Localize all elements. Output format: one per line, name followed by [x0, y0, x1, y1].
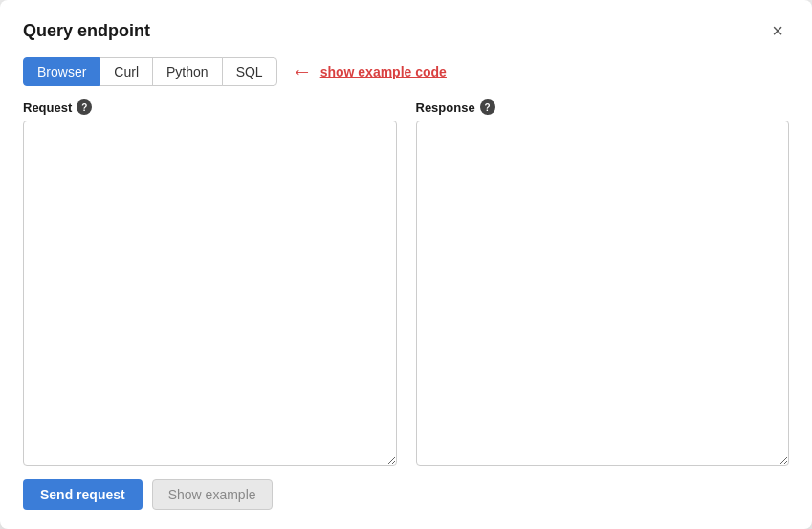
- response-label: Response ?: [416, 99, 790, 115]
- modal-title: Query endpoint: [23, 21, 150, 41]
- arrow-left-icon: ←: [292, 59, 313, 84]
- request-panel: Request ?: [23, 99, 397, 466]
- modal-overlay: Query endpoint × Browser Curl Python SQL…: [0, 0, 812, 529]
- show-example-button[interactable]: Show example: [152, 479, 273, 510]
- modal-header: Query endpoint ×: [23, 19, 789, 42]
- footer: Send request Show example: [23, 479, 789, 510]
- tab-python[interactable]: Python: [152, 57, 223, 86]
- tab-browser[interactable]: Browser: [23, 57, 100, 86]
- request-textarea[interactable]: [23, 121, 397, 466]
- request-label-text: Request: [23, 100, 72, 115]
- request-label: Request ?: [23, 99, 397, 115]
- tab-curl[interactable]: Curl: [99, 57, 153, 86]
- close-button[interactable]: ×: [766, 19, 789, 42]
- show-example-annotation: ← show example code: [292, 59, 447, 84]
- response-help-icon[interactable]: ?: [480, 99, 495, 115]
- response-panel: Response ?: [416, 99, 790, 466]
- modal-dialog: Query endpoint × Browser Curl Python SQL…: [0, 0, 812, 529]
- tab-sql[interactable]: SQL: [222, 57, 277, 86]
- send-request-button[interactable]: Send request: [23, 479, 143, 510]
- tabs-row: Browser Curl Python SQL ← show example c…: [23, 57, 789, 86]
- panels-row: Request ? Response ?: [23, 99, 789, 466]
- response-textarea[interactable]: [416, 121, 790, 466]
- request-help-icon[interactable]: ?: [77, 99, 92, 115]
- show-example-code-link[interactable]: show example code: [320, 64, 447, 79]
- response-label-text: Response: [416, 100, 475, 115]
